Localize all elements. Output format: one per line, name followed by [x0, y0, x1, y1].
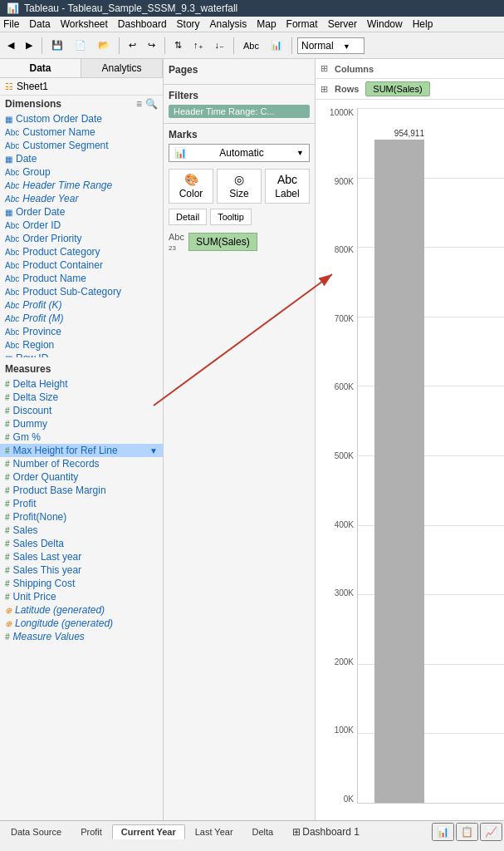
open-button[interactable]: 📂 [94, 37, 114, 53]
tooltip-button[interactable]: Tooltip [210, 209, 252, 225]
save-button[interactable]: 💾 [47, 37, 67, 53]
dim-profit-k[interactable]: Abc Profit (K) [0, 298, 163, 312]
swap-button[interactable]: ⇅ [170, 37, 186, 53]
tab-analytics[interactable]: Analytics [81, 59, 163, 77]
redo-button[interactable]: ↪ [144, 37, 159, 53]
chart-type-button[interactable]: 📊 [267, 37, 286, 53]
tab-data[interactable]: Data [0, 59, 81, 77]
rows-label: Rows [335, 84, 359, 94]
grid-line-1000k [358, 108, 504, 109]
measure-sales-this-year[interactable]: # Sales This year [0, 563, 163, 577]
measure-profit-none[interactable]: # Profit(None) [0, 510, 163, 524]
measure-sales-last-year[interactable]: # Sales Last year [0, 550, 163, 563]
status-tab-data-source[interactable]: Data Source [2, 824, 71, 839]
dim-product-container[interactable]: Abc Product Container [0, 258, 163, 272]
sort-desc-button[interactable]: ↓₋ [211, 37, 229, 53]
status-tab-current-year[interactable]: Current Year [112, 824, 185, 839]
sum-sales-badge[interactable]: SUM(Sales) [188, 233, 257, 251]
menu-worksheet[interactable]: Worksheet [61, 18, 108, 30]
y-label-300k: 300K [335, 588, 354, 598]
add-sheet-button[interactable]: 📊 [432, 823, 454, 841]
menu-dashboard[interactable]: Dashboard [118, 18, 167, 30]
dim-province[interactable]: Abc Province [0, 325, 163, 338]
menu-file[interactable]: File [3, 18, 19, 30]
measure-sales-delta[interactable]: # Sales Delta [0, 537, 163, 550]
measure-dummy[interactable]: # Dummy [0, 417, 163, 430]
hash-icon: # [5, 420, 10, 429]
measure-order-quantity[interactable]: # Order Quantity [0, 470, 163, 484]
measure-shipping-cost[interactable]: # Shipping Cost [0, 577, 163, 590]
menu-bar: File Data Worksheet Dashboard Story Anal… [0, 17, 504, 32]
measure-latitude[interactable]: ⊕ Latitude (generated) [0, 603, 163, 617]
status-tab-last-year[interactable]: Last Year [186, 824, 242, 839]
menu-help[interactable]: Help [413, 18, 433, 30]
layout-button[interactable]: 📈 [480, 823, 502, 841]
dim-region[interactable]: Abc Region [0, 338, 163, 352]
dim-order-date[interactable]: ▦ Order Date [0, 205, 163, 219]
measure-measure-values[interactable]: # Measure Values [0, 630, 163, 643]
menu-map[interactable]: Map [257, 18, 276, 30]
panel-tabs: Data Analytics [0, 59, 163, 78]
measure-number-of-records[interactable]: # Number of Records [0, 457, 163, 470]
dim-header-year[interactable]: Abc Header Year [0, 192, 163, 205]
dropdown-arrow-icon: ▼ [149, 446, 158, 455]
filter-badge[interactable]: Header Time Range: C... [169, 105, 310, 118]
dim-customer-name[interactable]: Abc Customer Name [0, 125, 163, 139]
forward-button[interactable]: ▶ [22, 37, 37, 53]
dim-product-sub-category[interactable]: Abc Product Sub-Category [0, 285, 163, 298]
new-button[interactable]: 📄 [71, 37, 91, 53]
sort-asc-button[interactable]: ↑₊ [189, 37, 208, 53]
dim-profit-m[interactable]: Abc Profit (M) [0, 312, 163, 325]
dim-product-name[interactable]: Abc Product Name [0, 272, 163, 285]
size-button[interactable]: ◎ Size [217, 169, 262, 204]
measure-delta-size[interactable]: # Delta Size [0, 391, 163, 404]
marks-type-dropdown[interactable]: 📊 Automatic ▼ [169, 144, 310, 162]
dim-header-time-range[interactable]: Abc Header Time Range [0, 179, 163, 192]
measure-delta-height[interactable]: # Delta Height [0, 377, 163, 391]
menu-story[interactable]: Story [177, 18, 200, 30]
dim-order-id[interactable]: Abc Order ID [0, 219, 163, 232]
pages-section: Pages [164, 59, 315, 85]
hash-icon: # [5, 579, 10, 588]
status-tab-delta[interactable]: Delta [243, 824, 283, 839]
undo-button[interactable]: ↩ [125, 37, 140, 53]
measure-profit[interactable]: # Profit [0, 497, 163, 510]
dim-group[interactable]: Abc Group [0, 165, 163, 179]
measure-product-base-margin[interactable]: # Product Base Margin [0, 484, 163, 497]
dim-order-priority[interactable]: Abc Order Priority [0, 232, 163, 245]
measure-sales[interactable]: # Sales [0, 524, 163, 537]
menu-analysis[interactable]: Analysis [210, 18, 247, 30]
back-button[interactable]: ◀ [3, 37, 18, 53]
sort-icon[interactable]: ≡ [136, 98, 142, 110]
rows-pill[interactable]: SUM(Sales) [365, 81, 429, 96]
abc-icon: Abc [5, 327, 19, 337]
menu-data[interactable]: Data [29, 18, 50, 30]
status-tab-dashboard-1[interactable]: ⊞ Dashboard 1 [283, 824, 369, 840]
dim-date[interactable]: ▦ Date [0, 152, 163, 165]
color-button[interactable]: 🎨 Color [169, 169, 213, 204]
dim-customer-segment[interactable]: Abc Customer Segment [0, 139, 163, 152]
measure-longitude[interactable]: ⊕ Longitude (generated) [0, 617, 163, 630]
dim-product-category[interactable]: Abc Product Category [0, 245, 163, 258]
abc-icon: Abc [5, 128, 19, 137]
detail-button[interactable]: Detail [169, 209, 207, 225]
menu-format[interactable]: Format [286, 18, 318, 30]
duplicate-sheet-button[interactable]: 📋 [456, 823, 478, 841]
measure-gm-pct[interactable]: # Gm % [0, 430, 163, 444]
abc-icon: Abc [5, 194, 19, 204]
measure-unit-price[interactable]: # Unit Price [0, 590, 163, 603]
measure-max-height-ref-line[interactable]: # Max Height for Ref Line ▼ [0, 444, 163, 457]
menu-window[interactable]: Window [367, 18, 403, 30]
sheet-name[interactable]: Sheet1 [17, 81, 48, 92]
search-icon[interactable]: 🔍 [145, 98, 158, 110]
dim-custom-order-date[interactable]: ▦ Custom Order Date [0, 112, 163, 125]
show-labels-button[interactable]: Abc [239, 38, 263, 53]
label-button[interactable]: Abc Label [265, 169, 310, 204]
measure-discount[interactable]: # Discount [0, 404, 163, 417]
hash-icon: # [5, 539, 10, 548]
view-mode-dropdown[interactable]: Normal ▼ [297, 37, 365, 54]
bar-main[interactable] [374, 140, 424, 803]
dim-row-id[interactable]: ▦ Row ID [0, 352, 163, 357]
menu-server[interactable]: Server [328, 18, 357, 30]
status-tab-profit[interactable]: Profit [71, 824, 111, 839]
